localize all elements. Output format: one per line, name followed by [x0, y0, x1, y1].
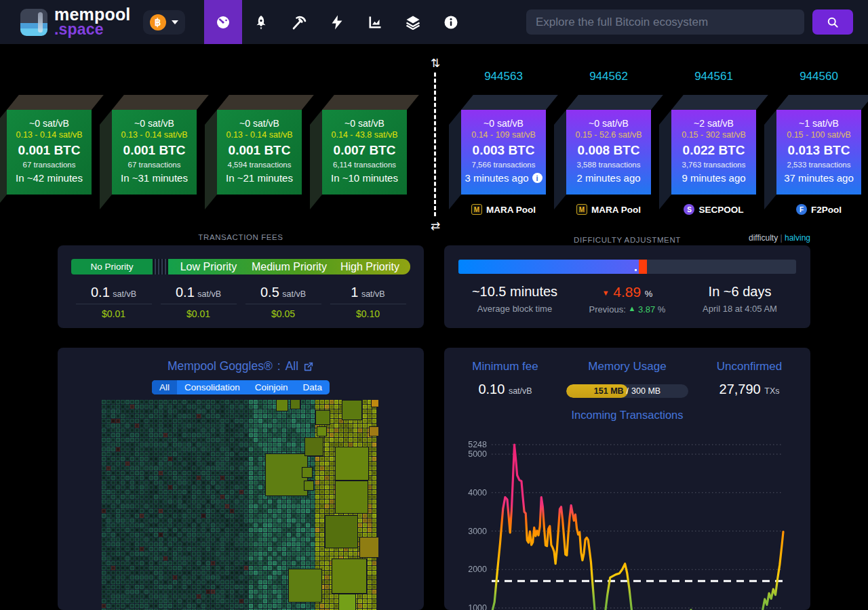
fee-col-medium: 0.5 sat/vB $0.05 — [241, 285, 326, 319]
difficulty-progress-dot — [635, 269, 637, 271]
median-fee: ~0 sat/vB — [7, 110, 92, 129]
memory-usage-text: 151 MB / 300 MB — [566, 384, 688, 398]
block-height-link[interactable]: 944560 — [776, 70, 861, 83]
nav-rocket[interactable] — [242, 0, 280, 44]
difficulty-link[interactable]: difficulty — [749, 233, 778, 243]
fee-range: 0.15 - 52.6 sat/vB — [566, 130, 651, 140]
tx-count: 3,763 transactions — [671, 161, 756, 169]
fee-tier-no-priority[interactable]: No Priority — [71, 259, 153, 274]
mempool-goggles-card: Mempool Goggles® : All All Consolidation… — [58, 348, 424, 610]
tab-data[interactable]: Data — [296, 380, 330, 394]
mempool-block-3[interactable]: ~0 sat/vB 0.13 - 0.14 sat/vB 0.001 BTC 4… — [217, 110, 302, 195]
fee-range: 0.13 - 0.14 sat/vB — [7, 130, 92, 140]
block-time: 9 minutes ago — [682, 172, 745, 184]
pool-link-secpool[interactable]: S SECPOOL — [671, 204, 756, 215]
pool-name: MARA Pool — [486, 205, 536, 215]
retarget-date: April 18 at 4:05 AM — [684, 304, 796, 314]
halving-link[interactable]: halving — [785, 233, 810, 243]
block-time: 37 minutes ago — [784, 172, 854, 184]
mempool-block-4[interactable]: ~0 sat/vB 0.14 - 43.8 sat/vB 0.007 BTC 6… — [322, 110, 407, 195]
updown-arrows-icon[interactable]: ⇅ — [427, 56, 444, 70]
memory-total: 300 MB — [631, 386, 660, 396]
nav-layers[interactable] — [394, 0, 432, 44]
bitcoin-icon: ฿ — [150, 14, 166, 30]
chevron-down-icon — [172, 20, 178, 24]
eta: In ~31 minutes — [112, 172, 197, 184]
goggles-title: Mempool Goggles® — [167, 359, 273, 373]
minimum-fee-unit: sat/vB — [509, 386, 532, 396]
mempool-stats-card: Minimum fee 0.10 sat/vB Memory Usage 151… — [444, 348, 810, 610]
unconfirmed-label[interactable]: Unconfirmed — [688, 360, 810, 373]
nav-docs[interactable] — [432, 0, 470, 44]
fee-tier-low[interactable]: Low Priority — [168, 259, 249, 274]
cube-front: ~1 sat/vB 0.15 - 100 sat/vB 0.013 BTC 2,… — [776, 110, 861, 195]
median-fee: ~1 sat/vB — [776, 110, 861, 129]
goggles-selected: All — [285, 359, 298, 373]
nav-lightning[interactable] — [318, 0, 356, 44]
tab-coinjoin[interactable]: Coinjoin — [248, 380, 296, 394]
nav-dashboard[interactable] — [204, 0, 242, 44]
brand-logo[interactable]: mempool .space — [20, 7, 131, 37]
mined-block-944561[interactable]: ~2 sat/vB 0.15 - 302 sat/vB 0.022 BTC 3,… — [671, 110, 756, 195]
avg-block-time-label: Average block time — [458, 304, 571, 314]
transaction-fees-card: No Priority Low Priority Medium Priority… — [58, 245, 424, 328]
transaction-fees-title: TRANSACTION FEES — [58, 233, 424, 241]
tab-all[interactable]: All — [152, 380, 177, 394]
pool-link-f2pool[interactable]: F F2Pool — [776, 204, 861, 215]
nav-mining[interactable] — [280, 0, 318, 44]
mempool-block-1[interactable]: ~0 sat/vB 0.13 - 0.14 sat/vB 0.001 BTC 6… — [7, 110, 92, 195]
cube-front: ~0 sat/vB 0.14 - 43.8 sat/vB 0.007 BTC 6… — [322, 110, 407, 195]
pool-link-mara[interactable]: M MARA Pool — [461, 204, 546, 215]
previous-label: Previous: — [589, 304, 626, 314]
pool-name: F2Pool — [811, 205, 842, 215]
rocket-icon — [253, 14, 269, 30]
network-selector[interactable]: ฿ — [143, 10, 185, 35]
area-chart-icon — [367, 14, 383, 30]
block-audit-info-icon[interactable]: i — [532, 173, 542, 183]
memory-usage-label[interactable]: Memory Usage — [566, 360, 688, 373]
nav-charts[interactable] — [356, 0, 394, 44]
total-fees: 0.001 BTC — [7, 143, 92, 158]
pool-name: MARA Pool — [591, 205, 641, 215]
mempool-block-2[interactable]: ~0 sat/vB 0.13 - 0.14 sat/vB 0.001 BTC 6… — [112, 110, 197, 195]
fee-range: 0.15 - 100 sat/vB — [776, 130, 861, 140]
cube-top — [322, 95, 419, 110]
fee-rate: 0.1 — [91, 285, 110, 300]
cube-front: ~0 sat/vB 0.13 - 0.14 sat/vB 0.001 BTC 6… — [7, 110, 92, 195]
leftright-arrows-icon[interactable]: ⇄ — [427, 219, 444, 233]
tx-count: 67 transactions — [7, 161, 92, 169]
search-input[interactable] — [526, 9, 804, 35]
fee-usd: $0.10 — [326, 308, 410, 319]
fee-usd: $0.01 — [71, 308, 156, 319]
mined-block-944563[interactable]: ~0 sat/vB 0.14 - 109 sat/vB 0.003 BTC 7,… — [461, 110, 546, 195]
search-button[interactable] — [812, 9, 853, 35]
fee-range: 0.15 - 302 sat/vB — [671, 130, 756, 140]
minimum-fee-label[interactable]: Minimum fee — [444, 360, 566, 373]
fee-values-row: 0.1 sat/vB $0.01 0.1 sat/vB $0.01 0.5 sa… — [71, 285, 410, 319]
mempool-logo-icon — [20, 9, 47, 36]
mempool-treemap[interactable] — [102, 400, 378, 610]
eta: In ~42 minutes — [7, 172, 92, 184]
pool-link-mara[interactable]: M MARA Pool — [566, 204, 651, 215]
goggles-title-link[interactable]: Mempool Goggles® : All — [58, 359, 424, 373]
page: mempool .space ฿ — [0, 0, 868, 610]
pickaxe-icon — [291, 14, 307, 30]
tab-consolidation[interactable]: Consolidation — [177, 380, 248, 394]
mined-block-944560[interactable]: ~1 sat/vB 0.15 - 100 sat/vB 0.013 BTC 2,… — [776, 110, 861, 195]
cube-side — [449, 110, 461, 209]
fee-range: 0.13 - 0.14 sat/vB — [217, 130, 302, 140]
block-height-link[interactable]: 944563 — [461, 70, 546, 83]
block-height-link[interactable]: 944562 — [566, 70, 651, 83]
eta: In ~21 minutes — [217, 172, 302, 184]
external-link-icon — [303, 361, 314, 372]
mined-block-944562[interactable]: ~0 sat/vB 0.15 - 52.6 sat/vB 0.008 BTC 3… — [566, 110, 651, 195]
layers-icon — [405, 14, 421, 30]
difficulty-change: 4.89 — [613, 284, 641, 300]
block-height-link[interactable]: 944561 — [671, 70, 756, 83]
fee-tier-medium[interactable]: Medium Priority — [249, 259, 330, 274]
fee-tier-high[interactable]: High Priority — [330, 259, 410, 274]
unconfirmed-value: 27,790 — [719, 382, 761, 396]
tx-count: 67 transactions — [112, 161, 197, 169]
total-fees: 0.022 BTC — [671, 143, 756, 158]
cube-side — [0, 110, 7, 209]
